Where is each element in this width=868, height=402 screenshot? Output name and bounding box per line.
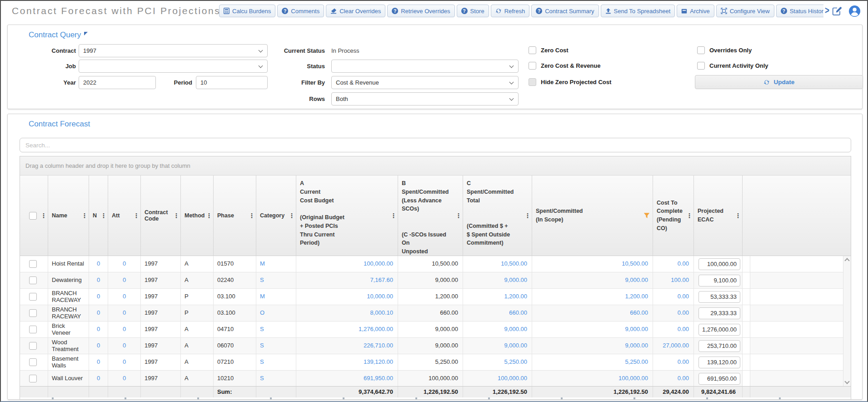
cell-spent-committed-total[interactable]: 100,000.00 (463, 371, 532, 386)
user-avatar-icon[interactable] (848, 5, 861, 17)
column-header-spent-committed-total[interactable]: C Spent/Committed Total (Committed $ + $… (463, 176, 532, 256)
status-select[interactable] (331, 60, 519, 73)
cell-cost-to-complete[interactable]: 0.00 (653, 371, 694, 386)
cell-category-link[interactable]: S (256, 338, 296, 354)
filter-icon[interactable] (644, 213, 650, 219)
cell-att-link[interactable]: 0 (108, 371, 141, 386)
row-checkbox[interactable] (29, 358, 37, 366)
cell-spent-committed-total[interactable]: 9,000.00 (463, 272, 532, 288)
toolbar-button-calcu-burdens[interactable]: Calcu Burdens (219, 5, 275, 17)
cell-category-link[interactable]: S (256, 371, 296, 386)
row-checkbox[interactable] (29, 342, 37, 350)
edit-icon[interactable] (832, 6, 843, 16)
cell-category-link[interactable]: S (256, 354, 296, 370)
cell-current-cost-budget[interactable]: 226,710.00 (296, 338, 398, 354)
cell-current-cost-budget[interactable]: 1,276,000.00 (296, 322, 398, 337)
cell-n-link[interactable]: 0 (89, 322, 108, 337)
column-header-cost-to-complete[interactable]: Cost To Complete (Pending CO) ⋮ (653, 176, 694, 256)
column-header-category[interactable]: Category ⋮ (256, 176, 296, 256)
column-menu-icon[interactable]: ⋮ (133, 212, 140, 219)
cell-spent-committed-in-scope[interactable]: 100,000.00 (532, 371, 653, 386)
cell-spent-committed-total[interactable]: 10,500.00 (463, 256, 532, 272)
toolbar-button-clear-overrides[interactable]: Clear Overrides (326, 5, 385, 17)
cell-n-link[interactable]: 0 (89, 338, 108, 354)
column-header-spent-committed-in-scope[interactable]: Spent/Committed (In Scope) (532, 176, 653, 256)
projected-ecac-input[interactable] (698, 258, 740, 270)
cell-current-cost-budget[interactable]: 100,000.00 (296, 256, 398, 272)
filter-by-select[interactable]: Cost & Revenue (331, 76, 519, 89)
toolbar-button-refresh[interactable]: Refresh (491, 5, 530, 17)
column-menu-icon[interactable]: ⋮ (206, 212, 212, 219)
contract-select[interactable]: 1997 (79, 44, 268, 57)
cell-spent-committed-in-scope[interactable]: 660.00 (532, 305, 653, 321)
cell-current-cost-budget[interactable]: 7,167.60 (296, 272, 398, 288)
cell-cost-to-complete[interactable]: 27,000.00 (653, 338, 694, 354)
cell-category-link[interactable]: O (256, 305, 296, 321)
cell-spent-committed-total[interactable]: 9,000.00 (463, 338, 532, 354)
toolbar-button-comments[interactable]: ?Comments (277, 5, 324, 17)
cell-current-cost-budget[interactable]: 10,000.00 (296, 289, 398, 305)
cell-spent-committed-total[interactable]: 660.00 (463, 305, 532, 321)
row-checkbox[interactable] (29, 260, 37, 268)
row-checkbox[interactable] (29, 326, 37, 333)
cell-spent-committed-in-scope[interactable]: 1,200.00 (532, 289, 653, 305)
row-checkbox[interactable] (29, 293, 37, 301)
toolbar-button-configure-view[interactable]: Configure View (716, 5, 774, 17)
cell-n-link[interactable]: 0 (89, 354, 108, 370)
toolbar-button-send-to-spreadsheet[interactable]: Send To Spreadsheet (601, 5, 675, 17)
checkbox-box[interactable] (529, 46, 536, 54)
cell-att-link[interactable]: 0 (108, 289, 141, 305)
column-header-projected-ecac[interactable]: Projected ECAC ⋮ (694, 176, 743, 256)
cell-spent-committed-in-scope[interactable]: 9,000.00 (532, 322, 653, 337)
column-menu-icon[interactable]: ⋮ (735, 212, 741, 219)
column-header-n[interactable]: N ⋮ (89, 176, 108, 256)
cell-n-link[interactable]: 0 (89, 289, 108, 305)
cell-current-cost-budget[interactable]: 8,000.10 (296, 305, 398, 321)
rows-select[interactable]: Both (331, 92, 519, 106)
checkbox-current-activity-only[interactable]: Current Activity Only (697, 62, 768, 70)
cell-category-link[interactable]: M (256, 289, 296, 305)
toolbar-button-archive[interactable]: Archive (677, 5, 714, 17)
toolbar-button-status-histor[interactable]: ?Status Histor (776, 5, 823, 17)
cell-cost-to-complete[interactable]: 0.00 (653, 305, 694, 321)
overflow-chevron-icon[interactable]: > (823, 5, 831, 17)
column-menu-icon[interactable]: ⋮ (390, 212, 397, 219)
toolbar-button-retrieve-overrides[interactable]: ?Retrieve Overrides (387, 5, 454, 17)
row-checkbox[interactable] (29, 276, 37, 284)
cell-category-link[interactable]: S (256, 322, 296, 337)
cell-att-link[interactable]: 0 (108, 354, 141, 370)
column-menu-icon[interactable]: ⋮ (249, 212, 255, 219)
column-menu-icon[interactable]: ⋮ (524, 212, 531, 219)
toolbar-button-contract-summary[interactable]: ?Contract Summary (531, 5, 599, 17)
cell-cost-to-complete[interactable]: 100.00 (653, 272, 694, 288)
toolbar-button-store[interactable]: ?Store (457, 5, 489, 17)
checkbox-box[interactable] (697, 46, 705, 54)
checkbox-box[interactable] (697, 62, 705, 70)
select-all-checkbox[interactable] (29, 212, 37, 220)
cell-att-link[interactable]: 0 (108, 322, 141, 337)
column-header-method[interactable]: Method ⋮ (181, 176, 214, 256)
cell-spent-committed-in-scope[interactable]: 9,000.00 (532, 272, 653, 288)
group-by-bar[interactable]: Drag a column header and drop it here to… (20, 156, 851, 176)
cell-att-link[interactable]: 0 (108, 338, 141, 354)
column-menu-icon[interactable]: ⋮ (455, 212, 462, 219)
row-checkbox[interactable] (29, 375, 37, 382)
column-header-att[interactable]: Att ⋮ (108, 176, 141, 256)
search-input[interactable] (20, 138, 851, 152)
cell-att-link[interactable]: 0 (108, 272, 141, 288)
column-menu-icon[interactable]: ⋮ (173, 212, 180, 219)
projected-ecac-input[interactable] (698, 357, 740, 368)
cell-spent-committed-total[interactable]: 1,200.00 (463, 289, 532, 305)
cell-cost-to-complete[interactable]: 0.00 (653, 256, 694, 272)
cell-category-link[interactable]: M (256, 256, 296, 272)
column-menu-icon[interactable]: ⋮ (686, 212, 693, 219)
cell-spent-committed-in-scope[interactable]: 9,000.00 (532, 338, 653, 354)
cell-cost-to-complete[interactable]: 0.00 (653, 322, 694, 337)
column-header-phase[interactable]: Phase ⋮ (214, 176, 256, 256)
column-menu-icon[interactable]: ⋮ (100, 212, 107, 219)
scroll-down-icon[interactable] (844, 379, 849, 384)
checkbox-overrides-only[interactable]: Overrides Only (697, 46, 752, 54)
cell-att-link[interactable]: 0 (108, 256, 141, 272)
cell-n-link[interactable]: 0 (89, 272, 108, 288)
projected-ecac-input[interactable] (698, 275, 740, 286)
